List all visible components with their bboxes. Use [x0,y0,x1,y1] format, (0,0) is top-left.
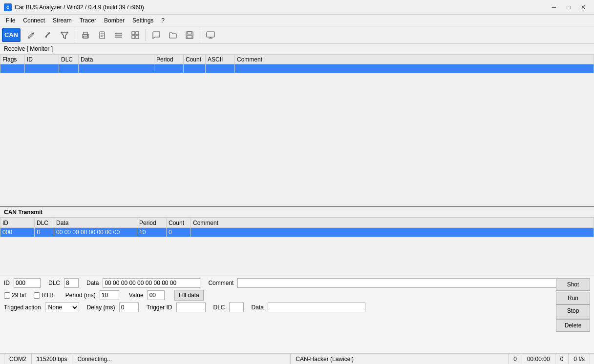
toolbar-sep-1 [75,29,75,41]
lines-icon [114,31,123,40]
tcell-dlc: 8 [35,228,54,237]
checkbox-29bit[interactable] [4,292,10,299]
chat-toolbar-btn[interactable] [148,28,164,42]
header-id: ID [25,55,59,64]
transmit-panel: CAN Transmit ID DLC Data Period Count Co… [0,207,594,353]
wrench-icon [43,31,52,40]
header-dlc: DLC [59,55,79,64]
status-bar: COM2 115200 bps Connecting... CAN-Hacker… [0,353,594,364]
delete-button[interactable]: Delete [556,319,590,332]
status-app: CAN-Hacker (Lawicel) [290,354,509,364]
checkbox-29bit-text: 29 bit [12,292,26,299]
receive-panel: Receive [ Monitor ] Flags ID DLC Data Pe… [0,44,594,207]
menu-tracer[interactable]: Tracer [76,15,100,26]
delay-input[interactable] [119,303,139,312]
checkbox-29bit-label[interactable]: 29 bit [4,292,26,299]
data-input[interactable] [103,278,200,288]
menu-settings[interactable]: Settings [128,15,157,26]
grid-toolbar-btn[interactable] [127,28,143,42]
menu-connect[interactable]: Connect [19,15,49,26]
screen-toolbar-btn[interactable] [203,28,218,42]
svg-rect-17 [136,32,139,35]
edit-icon [27,31,36,40]
close-button[interactable]: ✕ [576,2,590,12]
checkbox-rtr-text: RTR [42,292,53,299]
fill-data-button[interactable]: Fill data [174,290,204,301]
menu-bomber[interactable]: Bomber [100,15,128,26]
form-row-2: 29 bit RTR Period (ms) Value Fill data R… [4,290,590,301]
stop-button[interactable]: Stop [556,304,590,317]
chat-icon [152,31,161,40]
period-input[interactable] [100,290,119,300]
receive-table-row[interactable] [0,64,594,73]
dlc2-input[interactable] [229,303,244,312]
lines-toolbar-btn[interactable] [111,28,127,42]
dlc2-label: DLC [213,304,225,311]
transmit-table: ID DLC Data Period Count Comment 000 8 0… [0,218,594,237]
data-label: Data [86,280,99,286]
data2-input[interactable] [268,303,365,312]
theader-dlc: DLC [35,218,54,228]
run-button[interactable]: Run [556,292,590,304]
comment-input[interactable] [237,278,579,288]
theader-count: Count [167,218,191,228]
tcell-count: 0 [167,228,191,237]
menu-help[interactable]: ? [157,15,169,26]
id-label: ID [4,280,10,286]
value-input[interactable] [148,290,165,300]
doc-icon [98,31,106,40]
trigged-select[interactable]: None [45,303,79,312]
tcell-period: 10 [137,228,167,237]
header-data: Data [79,55,154,64]
theader-data: Data [54,218,137,228]
can-badge: CAN [2,28,21,42]
transmit-table-row[interactable]: 000 8 00 00 00 00 00 00 00 00 10 0 [0,228,594,237]
theader-period: Period [137,218,167,228]
transmit-table-container[interactable]: ID DLC Data Period Count Comment 000 8 0… [0,218,594,276]
receive-table-header: Flags ID DLC Data Period Count ASCII Com… [0,55,594,64]
trigger-id-input[interactable] [176,303,206,312]
maximize-button[interactable]: □ [562,2,575,12]
menu-bar: File Connect Stream Tracer Bomber Settin… [0,15,594,26]
trigged-label: Trigged action [4,304,41,311]
svg-rect-18 [132,36,135,39]
edit-toolbar-btn[interactable] [23,28,39,42]
theader-id: ID [0,218,35,228]
print-icon [81,31,90,40]
app-icon: C [4,3,12,11]
dlc-label: DLC [48,280,60,286]
svg-rect-19 [136,36,139,39]
menu-file[interactable]: File [2,15,19,26]
status-timer: 00:00:00 [522,354,555,364]
save-toolbar-btn[interactable] [182,28,197,42]
folder-icon [169,31,177,40]
header-flags: Flags [0,55,25,64]
trigger-id-label: Trigger ID [147,304,172,311]
cell-ascii [206,64,235,73]
print-toolbar-btn[interactable] [78,28,93,42]
folder-toolbar-btn[interactable] [165,28,181,42]
toolbar: CAN [0,26,594,44]
checkbox-rtr[interactable] [34,292,40,299]
delay-label: Delay (ms) [87,304,115,311]
status-connecting: Connecting... [72,354,290,364]
menu-stream[interactable]: Stream [49,15,76,26]
filter-toolbar-btn[interactable] [57,28,72,42]
doc-toolbar-btn[interactable] [94,28,110,42]
cell-dlc [59,64,79,73]
dlc-input[interactable] [64,278,79,288]
receive-table: Flags ID DLC Data Period Count ASCII Com… [0,54,594,73]
cell-count [184,64,206,73]
svg-text:C: C [6,5,9,10]
cell-flags [0,64,25,73]
svg-rect-22 [187,36,192,38]
transmit-table-header: ID DLC Data Period Count Comment [0,218,594,228]
id-input[interactable] [14,278,41,288]
tcell-comment [191,228,594,237]
receive-table-container[interactable]: Flags ID DLC Data Period Count ASCII Com… [0,54,594,206]
shot-button[interactable]: Shot [556,278,590,291]
minimize-button[interactable]: ─ [547,2,561,12]
checkbox-rtr-label[interactable]: RTR [34,292,53,299]
wrench-toolbar-btn[interactable] [40,28,56,42]
transmit-panel-title: CAN Transmit [0,207,594,218]
